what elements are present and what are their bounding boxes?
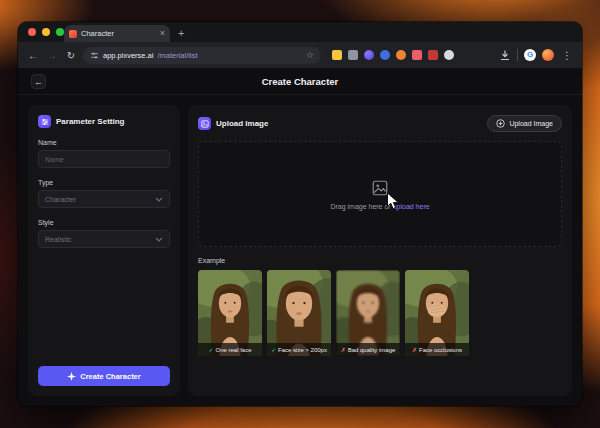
name-label: Name [38, 139, 170, 146]
example-caption-label: Face size > 200px [278, 347, 327, 353]
example-caption-label: One real face [216, 347, 252, 353]
window-zoom-button[interactable] [56, 28, 64, 36]
dropzone-text: Drag image here or upload here [330, 203, 429, 210]
sparkle-icon [67, 372, 76, 381]
profile-avatar[interactable] [542, 49, 554, 61]
url-host: app.pixverse.ai [103, 51, 153, 60]
page-title: Create Character [262, 76, 339, 87]
upload-image-button-label: Upload Image [509, 120, 553, 127]
browser-tab[interactable]: Character × [64, 25, 170, 42]
parameter-setting-icon [38, 115, 51, 128]
upload-panel-header: Upload Image Upload Image [198, 115, 562, 132]
example-caption-label: Face occlusions [419, 347, 462, 353]
browser-tab-strip: Character × + [18, 22, 582, 42]
menu-icon[interactable]: ⋮ [560, 50, 574, 61]
style-label: Style [38, 219, 170, 226]
cross-icon: ✗ [412, 346, 417, 353]
type-select-value: Character [45, 196, 76, 203]
site-favicon-icon [69, 30, 77, 38]
parameter-setting-header: Parameter Setting [38, 115, 170, 128]
type-label: Type [38, 179, 170, 186]
desktop-wallpaper: Character × + ← → ↻ app.pixverse.ai/mate… [0, 0, 600, 428]
chevron-down-icon [155, 197, 163, 202]
check-icon: ✓ [271, 346, 276, 353]
toolbar-right: G ⋮ [499, 49, 574, 61]
extension-icon[interactable] [428, 50, 438, 60]
upload-image-icon [198, 117, 211, 130]
extension-icon[interactable] [444, 50, 454, 60]
example-caption: ✗ Bad quality image [336, 343, 400, 356]
extension-icon[interactable] [348, 50, 358, 60]
example-caption: ✓ Face size > 200px [267, 343, 331, 356]
example-caption-label: Bad quality image [348, 347, 396, 353]
example-caption: ✓ One real face [198, 343, 262, 356]
create-character-label: Create Character [80, 372, 140, 381]
page-header: ← Create Character [18, 68, 582, 95]
browser-window: Character × + ← → ↻ app.pixverse.ai/mate… [18, 22, 582, 406]
example-caption: ✗ Face occlusions [405, 343, 469, 356]
plus-circle-icon [496, 119, 505, 128]
example-card: ✗ Bad quality image [336, 270, 400, 356]
tab-title: Character [81, 29, 156, 38]
style-select-value: Realistic [45, 236, 71, 243]
upload-image-button[interactable]: Upload Image [487, 115, 562, 132]
browser-toolbar: ← → ↻ app.pixverse.ai/material/list ☆ [18, 42, 582, 68]
page-back-button[interactable]: ← [31, 74, 46, 89]
example-card: ✗ Face occlusions [405, 270, 469, 356]
site-settings-icon[interactable] [90, 51, 99, 60]
window-minimize-button[interactable] [42, 28, 50, 36]
chevron-down-icon [155, 237, 163, 242]
window-controls [28, 28, 64, 36]
upload-image-panel: Upload Image Upload Image [188, 105, 572, 396]
extensions-row [332, 50, 454, 60]
type-select[interactable]: Character [38, 190, 170, 208]
toolbar-divider [517, 49, 518, 61]
window-close-button[interactable] [28, 28, 36, 36]
reload-icon[interactable]: ↻ [64, 50, 78, 61]
address-bar[interactable]: app.pixverse.ai/material/list ☆ [83, 47, 321, 64]
cross-icon: ✗ [341, 346, 346, 353]
extension-icon[interactable] [396, 50, 406, 60]
extension-icon[interactable] [364, 50, 374, 60]
parameter-setting-title: Parameter Setting [56, 117, 124, 126]
example-list: ✓ One real face [198, 270, 562, 356]
bookmark-star-icon[interactable]: ☆ [306, 50, 314, 60]
style-select[interactable]: Realistic [38, 230, 170, 248]
example-label: Example [198, 257, 562, 264]
extension-icon[interactable] [332, 50, 342, 60]
extension-icon[interactable] [380, 50, 390, 60]
example-card: ✓ Face size > 200px [267, 270, 331, 356]
google-icon[interactable]: G [524, 49, 536, 61]
tab-close-icon[interactable]: × [160, 29, 165, 38]
back-icon[interactable]: ← [26, 50, 40, 61]
check-icon: ✓ [208, 346, 213, 353]
extension-icon[interactable] [412, 50, 422, 60]
image-dropzone[interactable]: Drag image here or upload here [198, 141, 562, 247]
mouse-cursor [386, 192, 399, 211]
name-input[interactable] [38, 150, 170, 168]
forward-icon[interactable]: → [45, 50, 59, 61]
create-character-button[interactable]: Create Character [38, 366, 170, 386]
parameter-setting-panel: Parameter Setting Name Type Character St… [28, 105, 180, 396]
new-tab-button[interactable]: + [178, 28, 184, 39]
example-card: ✓ One real face [198, 270, 262, 356]
url-path: /material/list [157, 51, 197, 60]
upload-image-title: Upload Image [216, 119, 268, 128]
page-content: Parameter Setting Name Type Character St… [18, 95, 582, 406]
download-icon[interactable] [499, 49, 511, 61]
pixverse-page: ← Create Character Parameter Setting Nam… [18, 68, 582, 406]
